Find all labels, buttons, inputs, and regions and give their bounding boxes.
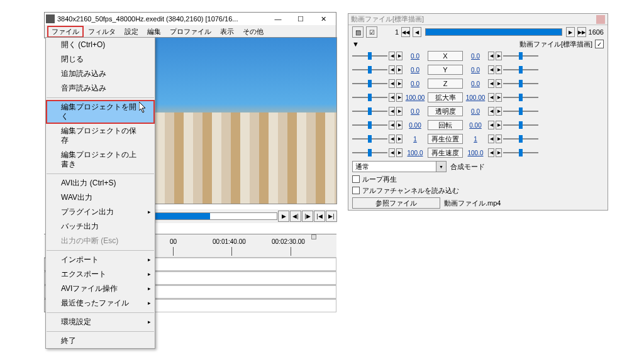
nudge-opacity-r-dec[interactable]: ◀ (488, 107, 494, 116)
value-rotate-left[interactable]: 0.00 (404, 122, 426, 129)
nudge-playpos-r-inc[interactable]: ▶ (496, 134, 502, 143)
nudge-playpos-r-dec[interactable]: ◀ (488, 134, 494, 143)
menu-profile[interactable]: プロファイル (165, 26, 216, 38)
nudge-z-l-dec[interactable]: ◀ (389, 79, 395, 88)
nudge-rotate-r-inc[interactable]: ▶ (496, 121, 502, 129)
menu-plugin-out[interactable]: プラグイン出力 (46, 205, 155, 219)
panel-close-button[interactable] (596, 15, 605, 24)
prop-label-scale[interactable]: 拡大率 (428, 92, 463, 102)
value-playpos-left[interactable]: 1 (404, 136, 426, 143)
nudge-playpos-l-dec[interactable]: ◀ (389, 134, 395, 143)
prop-label-y[interactable]: Y (428, 65, 463, 75)
menu-open-project[interactable]: 編集プロジェクトを開く (46, 100, 155, 124)
menu-overwrite-project[interactable]: 編集プロジェクトの上書き (46, 148, 155, 172)
menu-edit[interactable]: 編集 (143, 26, 165, 38)
nudge-y-r-inc[interactable]: ▶ (496, 65, 502, 74)
menu-file[interactable]: ファイル (47, 26, 84, 38)
menu-environment-settings[interactable]: 環境設定 (46, 315, 155, 329)
nudge-scale-r-inc[interactable]: ▶ (496, 93, 502, 102)
prop-label-z[interactable]: Z (428, 79, 463, 89)
nudge-rotate-r-dec[interactable]: ◀ (488, 121, 494, 129)
slider-y-right[interactable] (503, 68, 538, 72)
slider-opacity-right[interactable] (503, 109, 538, 113)
nudge-rotate-l-dec[interactable]: ◀ (389, 121, 395, 129)
value-z-left[interactable]: 0.0 (404, 80, 426, 87)
nudge-z-l-inc[interactable]: ▶ (396, 79, 402, 88)
timeline-hscroll-thumb[interactable] (311, 234, 316, 239)
slider-opacity-left[interactable] (352, 109, 387, 113)
menu-view[interactable]: 表示 (216, 26, 238, 38)
nudge-y-l-dec[interactable]: ◀ (389, 65, 395, 74)
slider-scale-left[interactable] (352, 96, 387, 99)
alpha-checkbox[interactable] (352, 187, 360, 194)
nudge-scale-l-dec[interactable]: ◀ (389, 93, 395, 102)
prop-label-rotate[interactable]: 回転 (428, 120, 463, 130)
step-fwd-button[interactable]: |▶ (302, 211, 313, 222)
nudge-x-r-dec[interactable]: ◀ (488, 52, 494, 60)
jump-start-button[interactable]: |◀ (314, 211, 325, 222)
frame-back[interactable]: ◀ (413, 27, 421, 37)
menu-wav-out[interactable]: WAV出力 (46, 190, 155, 205)
slider-rotate-left[interactable] (352, 123, 387, 127)
slider-z-left[interactable] (352, 82, 387, 85)
menu-exit[interactable]: 終了 (46, 334, 155, 348)
section-enable-checkbox[interactable]: ✓ (595, 40, 604, 48)
play-button[interactable]: ▶ (278, 211, 289, 222)
slider-playspeed-right[interactable] (503, 151, 538, 155)
menu-open[interactable]: 開く (Ctrl+O) (46, 38, 155, 52)
nudge-opacity-r-inc[interactable]: ▶ (496, 107, 502, 116)
nudge-z-r-dec[interactable]: ◀ (488, 79, 494, 88)
slider-x-left[interactable] (352, 54, 387, 58)
value-playspeed-left[interactable]: 100.0 (404, 150, 426, 156)
nudge-playpos-l-inc[interactable]: ▶ (396, 134, 402, 143)
value-playpos-right[interactable]: 1 (464, 136, 487, 143)
nudge-x-l-dec[interactable]: ◀ (389, 52, 395, 60)
section-collapse-icon[interactable]: ▼ (352, 40, 358, 48)
menu-export[interactable]: エクスポート (46, 267, 155, 282)
reference-file-button[interactable]: 参照ファイル (352, 197, 440, 209)
frame-back-fast[interactable]: ◀◀ (401, 27, 410, 37)
nudge-rotate-l-inc[interactable]: ▶ (396, 121, 402, 129)
slider-scale-right[interactable] (503, 96, 538, 99)
loop-checkbox[interactable] (352, 175, 360, 183)
value-scale-right[interactable]: 100.00 (464, 94, 487, 101)
maximize-button[interactable]: ☐ (289, 13, 312, 25)
nudge-z-r-inc[interactable]: ▶ (496, 79, 502, 88)
nudge-opacity-l-dec[interactable]: ◀ (389, 107, 395, 116)
frame-end[interactable]: 1606 (589, 28, 604, 36)
nudge-scale-r-dec[interactable]: ◀ (488, 93, 494, 102)
prop-label-x[interactable]: X (428, 51, 463, 61)
nudge-x-r-inc[interactable]: ▶ (496, 52, 502, 60)
menu-filter[interactable]: フィルタ (84, 26, 120, 38)
nudge-x-l-inc[interactable]: ▶ (396, 52, 402, 60)
nudge-playspeed-r-dec[interactable]: ◀ (488, 148, 494, 157)
value-opacity-right[interactable]: 0.0 (464, 108, 487, 115)
menu-avi-out[interactable]: AVI出力 (Ctrl+S) (46, 176, 155, 190)
panel-tool-1[interactable]: ▨ (352, 26, 364, 38)
value-playspeed-right[interactable]: 100.0 (464, 150, 487, 156)
menu-other[interactable]: その他 (238, 26, 268, 38)
slider-playpos-left[interactable] (352, 137, 387, 141)
nudge-scale-l-inc[interactable]: ▶ (396, 93, 402, 102)
menu-recent-files[interactable]: 最近使ったファイル (46, 296, 155, 310)
value-y-left[interactable]: 0.0 (404, 67, 426, 74)
value-scale-left[interactable]: 100.00 (404, 94, 426, 101)
minimize-button[interactable]: — (267, 13, 289, 25)
slider-rotate-right[interactable] (503, 123, 538, 127)
frame-fwd[interactable]: ▶ (566, 27, 575, 37)
menu-audio-load[interactable]: 音声読み込み (46, 81, 155, 96)
menu-append-load[interactable]: 追加読み込み (46, 67, 155, 81)
nudge-y-l-inc[interactable]: ▶ (396, 65, 402, 74)
step-back-button[interactable]: ◀| (290, 211, 301, 222)
slider-z-right[interactable] (503, 82, 538, 85)
slider-x-right[interactable] (503, 54, 538, 58)
nudge-playspeed-l-dec[interactable]: ◀ (389, 148, 395, 157)
frame-seekbar[interactable] (425, 28, 562, 36)
prop-label-playspeed[interactable]: 再生速度 (428, 148, 463, 158)
jump-end-button[interactable]: ▶| (326, 211, 337, 222)
menu-batch-out[interactable]: バッチ出力 (46, 219, 155, 234)
panel-tool-2[interactable]: ☑ (366, 26, 377, 38)
menu-avi-operation[interactable]: AVIファイル操作 (46, 282, 155, 296)
nudge-opacity-l-inc[interactable]: ▶ (396, 107, 402, 116)
value-opacity-left[interactable]: 0.0 (404, 108, 426, 115)
